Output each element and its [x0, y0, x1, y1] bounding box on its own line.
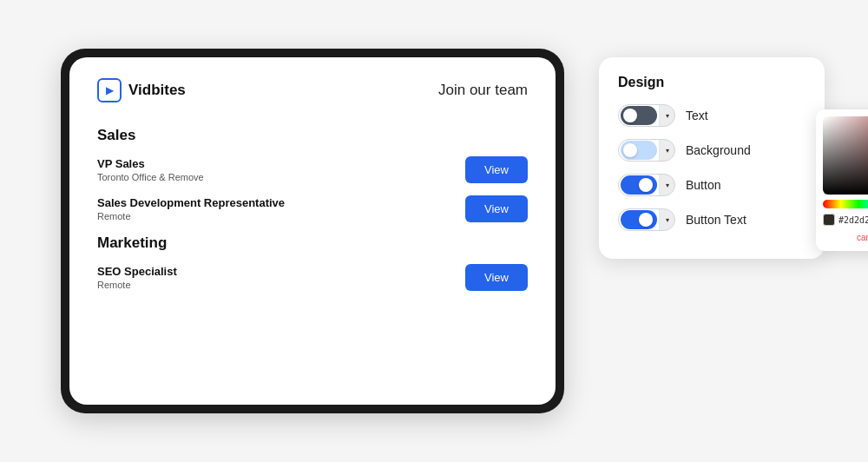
- text-label: Text: [686, 109, 708, 122]
- button-text-toggle-knob: [639, 213, 653, 227]
- job-name-sdr: Sales Development Representative: [97, 196, 285, 209]
- button-text-toggle[interactable]: [621, 210, 657, 229]
- design-panel-title: Design: [618, 75, 806, 90]
- hex-color-swatch: [823, 214, 835, 226]
- tablet-screen: ▶ Vidbites Join our team Sales VP Sales …: [69, 57, 556, 405]
- background-toggle-wrapper[interactable]: ▾: [618, 139, 675, 162]
- text-toggle[interactable]: [621, 106, 657, 125]
- play-icon: ▶: [106, 84, 114, 96]
- view-button-vp[interactable]: View: [465, 156, 528, 183]
- text-toggle-wrapper[interactable]: ▾: [618, 104, 675, 127]
- design-panel: Design ▾ Text ▾ Background: [599, 57, 825, 259]
- button-text-label: Button Text: [686, 213, 746, 227]
- hex-value-display: #2d2d24: [838, 215, 868, 225]
- job-location-seo: Remote: [97, 280, 177, 290]
- brand-name: Vidbites: [128, 82, 186, 99]
- hue-bar[interactable]: [823, 200, 868, 208]
- job-name-vp: VP Sales: [97, 157, 204, 170]
- design-row-text: ▾ Text: [618, 104, 806, 127]
- design-row-button: ▾ Button: [618, 174, 806, 196]
- sales-section-title: Sales: [97, 127, 528, 144]
- button-toggle-wrapper[interactable]: ▾: [618, 174, 675, 196]
- scene: ▶ Vidbites Join our team Sales VP Sales …: [43, 31, 825, 431]
- job-info-sdr: Sales Development Representative Remote: [97, 196, 285, 221]
- marketing-section-title: Marketing: [97, 234, 528, 252]
- marketing-section: Marketing SEO Specialist Remote View: [97, 234, 528, 291]
- hex-input-row: #2d2d24: [823, 214, 868, 226]
- view-button-sdr[interactable]: View: [465, 195, 528, 222]
- button-toggle-dropdown[interactable]: ▾: [659, 175, 674, 195]
- job-location-vp: Toronto Office & Remove: [97, 172, 204, 182]
- design-row-background: ▾ Background: [618, 139, 806, 162]
- button-toggle-knob: [639, 178, 653, 192]
- job-info-seo: SEO Specialist Remote: [97, 265, 177, 290]
- table-row: Sales Development Representative Remote …: [97, 195, 528, 222]
- job-info-vp: VP Sales Toronto Office & Remove: [97, 157, 204, 182]
- color-gradient-canvas[interactable]: [823, 116, 868, 195]
- text-toggle-dropdown[interactable]: ▾: [659, 105, 674, 126]
- table-row: SEO Specialist Remote View: [97, 264, 528, 291]
- button-toggle[interactable]: [621, 175, 657, 195]
- background-toggle-dropdown[interactable]: ▾: [659, 140, 674, 161]
- background-toggle-knob: [623, 143, 637, 157]
- picker-actions: cancel select: [823, 231, 868, 244]
- button-label: Button: [686, 178, 720, 192]
- design-row-button-text: ▾ Button Text: [618, 208, 806, 231]
- button-text-toggle-wrapper[interactable]: ▾: [618, 208, 675, 231]
- text-toggle-knob: [623, 109, 637, 122]
- gradient-brightness: [823, 116, 868, 195]
- color-picker-popup: #2d2d24 cancel select: [816, 109, 868, 251]
- sales-section: Sales VP Sales Toronto Office & Remove V…: [97, 127, 528, 222]
- button-text-toggle-dropdown[interactable]: ▾: [659, 209, 674, 230]
- page-title: Join our team: [438, 82, 528, 99]
- background-label: Background: [686, 143, 751, 157]
- color-picker-cancel-button[interactable]: cancel: [850, 231, 868, 244]
- job-location-sdr: Remote: [97, 211, 285, 221]
- table-row: VP Sales Toronto Office & Remove View: [97, 156, 528, 183]
- brand-logo: ▶ Vidbites: [97, 78, 186, 102]
- brand-icon: ▶: [97, 78, 122, 102]
- tablet-header: ▶ Vidbites Join our team: [97, 78, 528, 102]
- job-name-seo: SEO Specialist: [97, 265, 177, 278]
- view-button-seo[interactable]: View: [465, 264, 528, 291]
- background-toggle[interactable]: [621, 141, 657, 160]
- tablet-device: ▶ Vidbites Join our team Sales VP Sales …: [61, 49, 564, 413]
